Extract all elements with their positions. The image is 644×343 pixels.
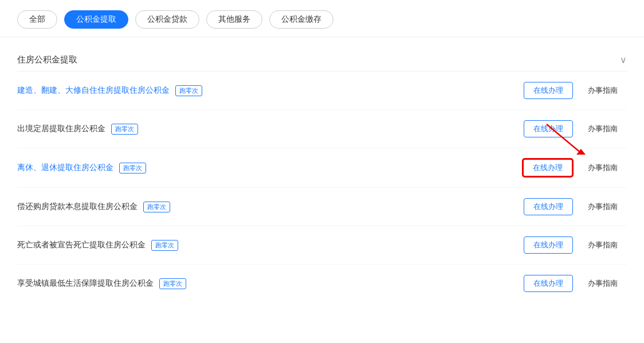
zero-run-badge: 跑零次 [159, 278, 186, 289]
top-nav: 全部公积金提取公积金贷款其他服务公积金缴存 [0, 0, 644, 37]
guide-button[interactable]: 办事指南 [579, 237, 627, 253]
service-actions: 在线办理办事指南 [524, 198, 627, 215]
service-left: 建造、翻建、大修自住住房提取住房公积金跑零次 [17, 85, 524, 96]
service-item: 享受城镇最低生活保障提取住房公积金跑零次在线办理办事指南 [17, 265, 627, 302]
nav-btn-other[interactable]: 其他服务 [206, 10, 262, 29]
section-title: 住房公积金提取 [17, 54, 77, 65]
service-left: 享受城镇最低生活保障提取住房公积金跑零次 [17, 278, 524, 289]
service-name[interactable]: 享受城镇最低生活保障提取住房公积金 [17, 278, 154, 289]
service-name[interactable]: 死亡或者被宣告死亡提取住房公积金 [17, 240, 146, 250]
service-left: 离休、退休提取住房公积金跑零次 [17, 163, 523, 174]
service-name[interactable]: 偿还购房贷款本息提取住房公积金 [17, 202, 138, 212]
guide-button[interactable]: 办事指南 [579, 160, 627, 176]
nav-btn-all[interactable]: 全部 [17, 10, 57, 29]
online-handle-button[interactable]: 在线办理 [524, 120, 573, 137]
zero-run-badge: 跑零次 [151, 240, 178, 251]
service-actions: 在线办理办事指南 [524, 82, 627, 99]
service-item: 偿还购房贷款本息提取住房公积金跑零次在线办理办事指南 [17, 188, 627, 226]
zero-run-badge: 跑零次 [175, 85, 202, 96]
service-actions: 在线办理办事指南 [524, 236, 627, 254]
zero-run-badge: 跑零次 [111, 124, 138, 135]
guide-button[interactable]: 办事指南 [579, 82, 627, 98]
section-header: 住房公积金提取 ∨ [17, 49, 627, 72]
service-name[interactable]: 离休、退休提取住房公积金 [17, 163, 113, 173]
service-left: 出境定居提取住房公积金跑零次 [17, 124, 524, 135]
guide-button[interactable]: 办事指南 [579, 275, 627, 291]
chevron-down-icon: ∨ [620, 54, 627, 65]
service-item: 死亡或者被宣告死亡提取住房公积金跑零次在线办理办事指南 [17, 226, 627, 265]
service-name[interactable]: 建造、翻建、大修自住住房提取住房公积金 [17, 85, 170, 96]
nav-btn-loan[interactable]: 公积金贷款 [135, 10, 199, 29]
service-left: 死亡或者被宣告死亡提取住房公积金跑零次 [17, 240, 524, 251]
service-left: 偿还购房贷款本息提取住房公积金跑零次 [17, 202, 524, 212]
service-actions: 在线办理办事指南 [524, 120, 627, 137]
guide-button[interactable]: 办事指南 [579, 121, 627, 137]
service-item: 出境定居提取住房公积金跑零次在线办理办事指南 [17, 110, 627, 148]
online-handle-button[interactable]: 在线办理 [524, 275, 573, 292]
service-actions: 在线办理办事指南 [524, 275, 627, 292]
online-handle-button[interactable]: 在线办理 [524, 236, 573, 254]
online-handle-button[interactable]: 在线办理 [524, 82, 573, 99]
svg-marker-1 [576, 149, 586, 155]
service-actions: 在线办理办事指南 [523, 159, 627, 177]
service-item: 建造、翻建、大修自住住房提取住房公积金跑零次在线办理办事指南 [17, 72, 627, 110]
service-list: 建造、翻建、大修自住住房提取住房公积金跑零次在线办理办事指南出境定居提取住房公积… [17, 72, 627, 302]
service-item: 离休、退休提取住房公积金跑零次在线办理办事指南 [17, 148, 627, 188]
guide-button[interactable]: 办事指南 [579, 199, 627, 215]
zero-run-badge: 跑零次 [119, 163, 146, 174]
main-section: 住房公积金提取 ∨ 建造、翻建、大修自住住房提取住房公积金跑零次在线办理办事指南… [17, 49, 627, 302]
service-name[interactable]: 出境定居提取住房公积金 [17, 124, 105, 134]
zero-run-badge: 跑零次 [143, 202, 170, 212]
online-handle-button[interactable]: 在线办理 [524, 198, 573, 215]
nav-btn-withdraw[interactable]: 公积金提取 [64, 10, 128, 29]
online-handle-button[interactable]: 在线办理 [523, 159, 573, 177]
nav-btn-deposit[interactable]: 公积金缴存 [269, 10, 333, 29]
